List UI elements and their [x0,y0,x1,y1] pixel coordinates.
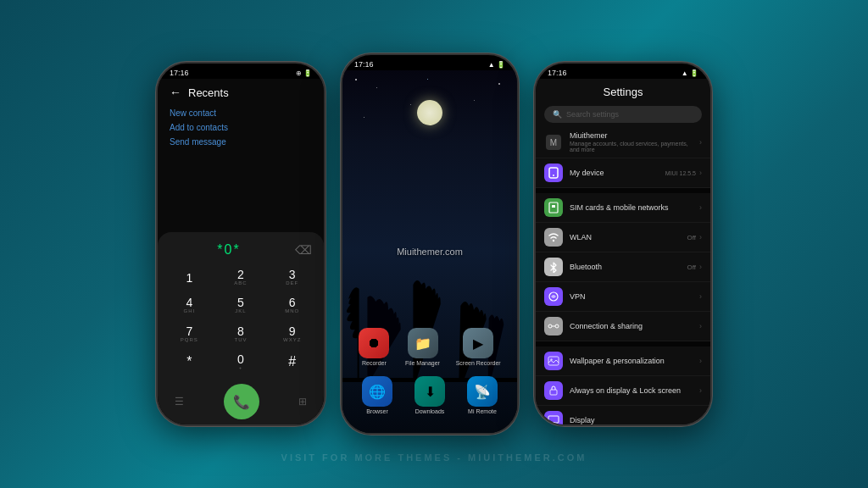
delete-icon[interactable]: ⌫ [295,243,312,257]
bluetooth-name: Bluetooth [570,263,680,271]
browser-label: Browser [366,408,388,414]
key-7[interactable]: 7 PQRS [164,321,214,347]
home-apps: ⏺ Recorder 📁 File Manager ▶ Screen Recor… [342,328,517,424]
remote-icon: 📡 [467,376,498,407]
connection-text: Connection & sharing [570,322,693,330]
display-chevron: › [699,416,702,424]
dialer-display: *0* [170,242,288,258]
watermark: VISIT FOR MORE THEMES - MIUITHEMER.COM [281,452,587,463]
svg-rect-3 [549,168,558,178]
time-left: 17:16 [170,69,189,77]
dialer-actions: New contact Add to contacts Send message [158,103,324,152]
dialer-bottom: *0* ⌫ 1 2 ABC 3 DEF [158,232,324,424]
back-arrow-icon[interactable]: ← [170,86,181,99]
app-browser[interactable]: 🌐 Browser [362,376,392,414]
settings-title: Settings [604,86,643,98]
settings-search-bar[interactable]: 🔍 Search settings [544,106,702,123]
settings-item-sim[interactable]: SIM cards & mobile networks › [536,193,710,223]
app-file-manager[interactable]: 📁 File Manager [405,328,440,366]
settings-header: Settings [536,79,710,103]
dialer-title: Recents [188,86,229,99]
sim-name: SIM cards & mobile networks [570,203,693,212]
key-0[interactable]: 0 + [216,349,266,375]
settings-item-vpn[interactable]: VPN › [536,282,710,312]
status-bar-right: 17:16 ▲ 🔋 [536,64,710,79]
key-3[interactable]: 3 DEF [267,264,317,291]
key-4[interactable]: 4 GHI [164,292,214,319]
dialer-input-row: *0* ⌫ [158,239,324,261]
wlan-name: WLAN [570,233,680,241]
app-screen-recorder[interactable]: ▶ Screen Recorder [456,328,501,366]
battery-icon: ⊕ 🔋 [296,69,312,77]
bluetooth-chevron: › [699,263,702,271]
wallpaper-text: Miuithemer.com [397,247,463,257]
phone-center: 17:16 ▲ 🔋 [341,53,519,435]
sim-text: SIM cards & mobile networks [570,203,693,212]
mydevice-right: MIUI 12.5.5 › [665,169,702,177]
wlan-icon [544,228,563,247]
downloads-icon: ⬇ [415,376,445,407]
menu-icon[interactable]: ☰ [175,396,184,408]
app-mi-remote[interactable]: 📡 Mi Remote [467,376,498,414]
connection-icon [544,317,563,336]
search-placeholder: Search settings [566,110,619,119]
lockscreen-text: Always on display & Lock screen [570,386,693,395]
key-6[interactable]: 6 MNO [267,292,317,319]
svg-point-4 [553,175,554,176]
settings-item-wallpaper[interactable]: Wallpaper & personalization › [536,347,710,376]
svg-point-9 [548,324,552,328]
settings-item-miuithemer[interactable]: M Miuithemer Manage accounts, cloud serv… [536,126,710,158]
send-message-link[interactable]: Send message [170,135,312,149]
svg-text:M: M [550,138,557,147]
settings-item-display[interactable]: Display › [536,406,710,424]
time-center: 17:16 [354,60,374,69]
settings-item-bluetooth[interactable]: Bluetooth Off › [536,252,710,282]
wallpaper-name: Wallpaper & personalization [570,357,693,365]
screen-right: Settings 🔍 Search settings M Miuithemer … [536,79,710,424]
connection-name: Connection & sharing [570,322,693,330]
phone-left: 17:16 ⊕ 🔋 ← Recents New contact Add to c… [156,62,326,426]
files-icon: 📁 [408,328,438,358]
key-1[interactable]: 1 [164,264,214,291]
remote-label: Mi Remote [468,408,497,414]
key-8[interactable]: 8 TUV [216,321,266,347]
display-text: Display [570,416,693,424]
key-9[interactable]: 9 WXYZ [267,321,317,347]
key-5[interactable]: 5 JKL [216,292,266,319]
add-to-contacts-link[interactable]: Add to contacts [170,120,312,135]
wallpaper-icon [544,352,563,370]
app-downloads[interactable]: ⬇ Downloads [415,376,445,414]
lockscreen-chevron: › [699,386,702,395]
bluetooth-right: Off › [687,263,702,271]
phones-container: 17:16 ⊕ 🔋 ← Recents New contact Add to c… [156,53,712,435]
vpn-chevron: › [699,292,702,301]
bluetooth-text: Bluetooth [570,263,680,271]
settings-item-wlan[interactable]: WLAN Off › [536,223,710,252]
wallpaper-text-s: Wallpaper & personalization [570,357,693,365]
status-bar-left: 17:16 ⊕ 🔋 [158,64,324,79]
display-name: Display [570,416,693,424]
mydevice-text: My device [570,169,659,177]
settings-item-mydevice[interactable]: My device MIUI 12.5.5 › [536,158,710,188]
status-icons-right: ▲ 🔋 [682,69,698,77]
lockscreen-name: Always on display & Lock screen [570,386,693,395]
new-contact-link[interactable]: New contact [170,106,312,120]
key-hash[interactable]: # [267,349,317,375]
vpn-name: VPN [570,292,693,301]
app-recorder[interactable]: ⏺ Recorder [359,328,389,366]
phone-right: 17:16 ▲ 🔋 Settings 🔍 Search settings M [534,62,712,426]
screen-left: ← Recents New contact Add to contacts Se… [158,79,324,424]
mydevice-badge: MIUI 12.5.5 [665,170,696,176]
call-button[interactable]: 📞 [224,384,259,419]
search-icon: 🔍 [553,110,562,119]
sim-chevron: › [699,203,702,212]
settings-item-connection[interactable]: Connection & sharing › [536,312,710,341]
key-2[interactable]: 2 ABC [216,264,266,291]
keypad-icon[interactable]: ⊞ [298,396,307,408]
wallpaper-chevron: › [699,357,702,365]
recorder-label: Recorder [362,360,387,366]
settings-item-lockscreen[interactable]: Always on display & Lock screen › [536,376,710,406]
key-star[interactable]: * [164,349,214,375]
svg-rect-14 [550,390,557,395]
svg-point-7 [553,240,554,241]
